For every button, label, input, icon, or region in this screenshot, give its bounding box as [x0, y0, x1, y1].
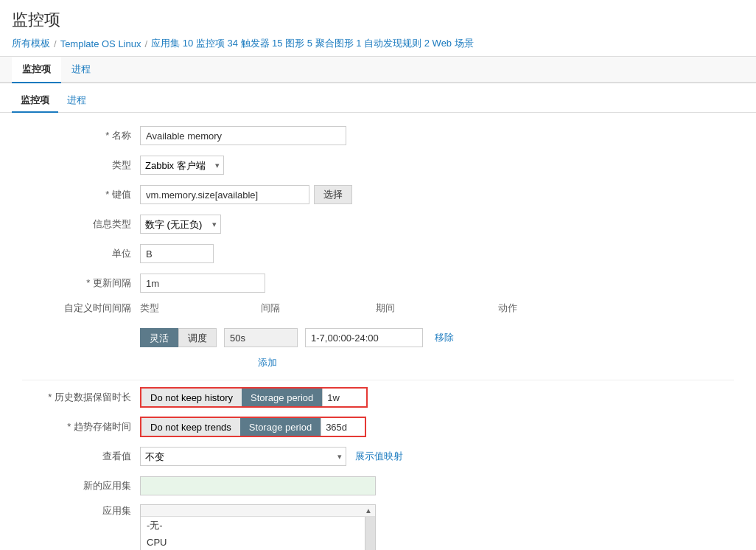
info-type-select[interactable]: 数字 (无正负) — [140, 215, 221, 234]
value-map-link[interactable]: 展示值映射 — [355, 450, 403, 463]
ci-type-toggle: 灵活 调度 — [140, 328, 217, 347]
ci-add-row: 添加 — [22, 352, 734, 374]
app-list-row: 应用集 ▲ -无- CPU Filesystems General — [22, 504, 734, 550]
tab-monitor-item[interactable]: 监控项 — [12, 57, 61, 83]
app-set-label: 新的应用集 — [22, 479, 140, 492]
value-label: 查看值 — [22, 450, 140, 463]
value-select-wrapper[interactable]: 不变 — [140, 447, 346, 466]
info-type-label: 信息类型 — [22, 217, 140, 231]
breadcrumb-monitor[interactable]: 监控项 34 — [196, 37, 238, 50]
ci-remove-link[interactable]: 移除 — [435, 331, 454, 344]
trends-period-input[interactable] — [321, 418, 365, 436]
app-list-body: -无- CPU Filesystems General — [141, 517, 375, 550]
ci-col-period: 期间 — [376, 302, 449, 315]
breadcrumb: 所有模板 / Template OS Linux / 应用集 10 监控项 34… — [12, 37, 744, 50]
key-label: * 键值 — [22, 188, 140, 201]
unit-input[interactable] — [140, 244, 214, 263]
section-sep-1 — [22, 380, 734, 380]
value-row: 查看值 不变 展示值映射 — [22, 445, 734, 467]
name-content — [140, 126, 734, 145]
scroll-up-icon[interactable]: ▲ — [365, 507, 372, 515]
type-select[interactable]: Zabbix 客户端 — [140, 156, 224, 175]
sub-tabs: 监控项 进程 — [0, 83, 756, 113]
value-content: 不变 展示值映射 — [140, 447, 734, 466]
name-input[interactable] — [140, 126, 346, 145]
type-content: Zabbix 客户端 — [140, 156, 734, 175]
breadcrumb-discovery[interactable]: 自动发现规则 2 — [364, 37, 430, 50]
app-list-header: ▲ — [141, 505, 375, 517]
list-item[interactable]: CPU — [141, 535, 365, 550]
ci-col-interval: 间隔 — [261, 302, 349, 315]
unit-label: 单位 — [22, 247, 140, 260]
ci-row-content: 灵活 调度 移除 — [140, 328, 734, 347]
app-list-scrollbar[interactable] — [365, 517, 375, 550]
trends-label: * 趋势存储时间 — [22, 420, 140, 434]
app-label: 应用集 — [22, 504, 140, 518]
new-app-set-row: 新的应用集 — [22, 475, 734, 497]
key-content: 选择 — [140, 185, 734, 204]
sub-tab-process[interactable]: 进程 — [58, 89, 95, 113]
app-set-content — [140, 476, 734, 495]
interval-content — [140, 274, 734, 293]
history-no-keep-btn[interactable]: Do not keep history — [141, 389, 242, 406]
breadcrumb-chart[interactable]: 图形 5 — [285, 37, 312, 50]
history-content: Do not keep history Storage period — [140, 387, 734, 408]
history-label: * 历史数据保留时长 — [22, 391, 140, 404]
app-list-content: ▲ -无- CPU Filesystems General — [140, 504, 734, 550]
ci-schedule-btn[interactable]: 调度 — [178, 328, 217, 347]
nav-tabs: 监控项 进程 — [0, 57, 756, 83]
name-label: * 名称 — [22, 129, 140, 142]
type-label: 类型 — [22, 159, 140, 172]
form-area: * 名称 类型 Zabbix 客户端 * 键值 选择 信息类型 数字 — [0, 113, 756, 550]
interval-input[interactable] — [140, 274, 265, 293]
ci-flexible-btn[interactable]: 灵活 — [140, 328, 178, 347]
custom-interval-header: 类型 间隔 期间 动作 — [140, 302, 734, 315]
trends-row: * 趋势存储时间 Do not keep trends Storage peri… — [22, 416, 734, 438]
breadcrumb-template[interactable]: Template OS Linux — [60, 38, 141, 49]
value-select[interactable]: 不变 — [140, 447, 346, 466]
breadcrumb-web[interactable]: Web 场景 — [433, 37, 474, 50]
trends-storage-btn[interactable]: Storage period — [240, 418, 321, 436]
app-set-input[interactable] — [140, 476, 376, 495]
ci-interval-input[interactable] — [224, 328, 298, 347]
history-toggle-group: Do not keep history Storage period — [140, 387, 368, 408]
app-list-items: -无- CPU Filesystems General — [141, 517, 365, 550]
type-select-wrapper[interactable]: Zabbix 客户端 — [140, 156, 224, 175]
trends-content: Do not keep trends Storage period — [140, 417, 734, 437]
breadcrumb-trigger[interactable]: 触发器 15 — [241, 37, 283, 50]
breadcrumb-appset[interactable]: 应用集 10 — [151, 37, 193, 50]
trends-no-keep-btn[interactable]: Do not keep trends — [141, 418, 240, 436]
unit-content — [140, 244, 734, 263]
key-input[interactable] — [140, 185, 309, 204]
unit-row: 单位 — [22, 243, 734, 265]
interval-row: * 更新间隔 — [22, 272, 734, 294]
name-row: * 名称 — [22, 125, 734, 147]
type-row: 类型 Zabbix 客户端 — [22, 154, 734, 176]
list-item[interactable]: -无- — [141, 517, 365, 535]
key-select-button[interactable]: 选择 — [314, 185, 352, 204]
ci-col-type: 类型 — [140, 302, 199, 315]
history-storage-btn[interactable]: Storage period — [242, 389, 322, 406]
history-period-input[interactable] — [322, 389, 366, 406]
custom-interval-row: 灵活 调度 移除 — [22, 327, 734, 349]
ci-col-action: 动作 — [498, 302, 557, 315]
info-type-content: 数字 (无正负) — [140, 215, 734, 234]
ci-period-input[interactable] — [305, 328, 423, 347]
info-type-select-wrapper[interactable]: 数字 (无正负) — [140, 215, 221, 234]
breadcrumb-all-templates[interactable]: 所有模板 — [12, 37, 50, 50]
sub-tab-monitor[interactable]: 监控项 — [12, 89, 58, 113]
custom-interval-label: 自定义时间间隔 — [22, 302, 140, 315]
ci-add-link[interactable]: 添加 — [258, 356, 277, 369]
page-header: 监控项 所有模板 / Template OS Linux / 应用集 10 监控… — [0, 0, 756, 83]
key-row: * 键值 选择 — [22, 184, 734, 206]
breadcrumb-agg[interactable]: 聚合图形 1 — [315, 37, 362, 50]
info-type-row: 信息类型 数字 (无正负) — [22, 213, 734, 235]
trends-toggle-group: Do not keep trends Storage period — [140, 417, 366, 437]
tab-process[interactable]: 进程 — [61, 57, 101, 83]
app-list: ▲ -无- CPU Filesystems General — [140, 504, 376, 550]
interval-label: * 更新间隔 — [22, 276, 140, 290]
page-title: 监控项 — [12, 9, 744, 31]
custom-interval-header-row: 自定义时间间隔 类型 间隔 期间 动作 — [22, 302, 734, 324]
history-row: * 历史数据保留时长 Do not keep history Storage p… — [22, 386, 734, 408]
